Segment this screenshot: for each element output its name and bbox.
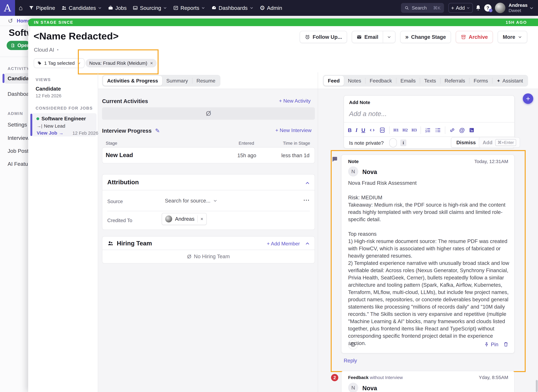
nav-admin[interactable]: ⚙ Admin — [260, 5, 282, 11]
collapse-chevron-icon[interactable] — [305, 180, 310, 186]
user-menu-chevron-icon[interactable] — [529, 6, 534, 10]
hiring-team-title: Hiring Team — [117, 240, 152, 247]
tab-notes[interactable]: Notes — [344, 76, 365, 86]
code-icon[interactable] — [369, 127, 375, 133]
add-button[interactable]: + Add — [448, 3, 473, 13]
avatar[interactable] — [495, 3, 506, 13]
tab-texts[interactable]: Texts — [420, 76, 440, 86]
info-badge[interactable]: i — [400, 140, 406, 146]
credited-avatar — [165, 215, 172, 222]
tab-resume[interactable]: Resume — [192, 76, 219, 86]
h3-button[interactable]: H3 — [412, 128, 417, 132]
source-select[interactable]: Search for source... — [165, 198, 218, 204]
link-icon[interactable] — [449, 127, 455, 133]
panel-divider — [318, 72, 318, 392]
job-title[interactable]: Software Engineer — [42, 116, 86, 121]
change-stage-button[interactable]: » Change Stage — [400, 31, 451, 43]
gear-icon: ⚙ — [260, 5, 265, 11]
more-button[interactable]: More — [498, 31, 527, 43]
tab-summary[interactable]: Summary — [162, 76, 192, 86]
mention-button[interactable]: @ — [459, 127, 465, 133]
help-button[interactable]: ? — [484, 4, 492, 12]
alarm-icon — [305, 34, 310, 40]
col-stage: Stage — [106, 141, 117, 146]
company-name[interactable]: Cloud AI — [34, 47, 54, 53]
source-more-button[interactable]: ··· — [303, 197, 310, 203]
app-logo[interactable]: A — [0, 0, 15, 16]
new-interview-button[interactable]: + New Interview — [275, 127, 311, 133]
view-job-link[interactable]: View Job → — [37, 130, 64, 136]
h1-button[interactable]: H1 — [393, 128, 399, 132]
new-activity-button[interactable]: + New Activity — [279, 98, 311, 104]
global-search[interactable]: Search ⌘K — [401, 3, 444, 13]
tab-feedback[interactable]: Feedback — [366, 76, 396, 86]
briefcase-icon — [108, 5, 113, 11]
sidebar-item-ai-features[interactable]: AI Featur — [8, 161, 30, 167]
nav-dashboards[interactable]: Dashboards — [211, 5, 254, 11]
archive-button[interactable]: Archive — [456, 31, 493, 43]
bold-button[interactable]: B — [348, 127, 352, 133]
nav-reports[interactable]: Reports — [173, 5, 205, 11]
job-stage: New Lead — [44, 123, 65, 129]
dismiss-button[interactable]: Dismiss — [451, 137, 481, 148]
tab-forms[interactable]: Forms — [469, 76, 492, 86]
sparkle-icon: ✦ — [496, 78, 501, 84]
add-member-button[interactable]: + Add Member — [267, 241, 300, 247]
open-job-button[interactable]: Open — [7, 41, 30, 50]
interview-progress-title: Interview Progress — [102, 128, 152, 134]
stage-entered: 15h ago — [237, 153, 256, 159]
feed-tabs: Feed Notes Feedback Emails Texts Referra… — [323, 75, 528, 87]
tab-assistant[interactable]: ✦ Assistant — [492, 76, 527, 86]
follow-up-button[interactable]: Follow Up... — [300, 31, 347, 43]
user-name[interactable]: Andreas Dweet — [509, 3, 528, 13]
add-note-submit-button[interactable]: Add ⌘+Enter — [479, 137, 520, 148]
email-dropdown-button[interactable] — [383, 31, 395, 43]
view-candidate[interactable]: Candidate — [36, 86, 61, 92]
current-activities-empty: Ø — [102, 107, 315, 120]
email-button[interactable]: Email — [352, 34, 383, 40]
door-icon — [10, 43, 15, 48]
notifications-button[interactable] — [475, 4, 482, 11]
remove-credited-icon[interactable]: × — [200, 216, 203, 222]
edit-pencil-icon[interactable]: ✎ — [155, 127, 160, 134]
collapse-chevron-icon[interactable] — [305, 241, 310, 246]
col-entered: Entered — [239, 141, 254, 146]
chevron-down-icon — [163, 6, 167, 10]
attribution-title: Attribution — [107, 179, 139, 186]
tab-feed[interactable]: Feed — [324, 76, 344, 86]
tab-activities-progress[interactable]: Activities & Progress — [103, 76, 162, 86]
attach-image-icon[interactable] — [468, 127, 475, 133]
h2-button[interactable]: H2 — [403, 128, 408, 132]
floating-add-button[interactable]: + — [523, 93, 533, 104]
toolbar-separator — [421, 126, 421, 134]
sidebar-item-settings[interactable]: Settings — [8, 121, 27, 128]
sidebar-item-dashboards[interactable]: Dashboar — [8, 91, 31, 97]
stage-banner: IN STAGE SINCE 15H AGO — [28, 19, 538, 26]
note-input[interactable]: Add a note... — [349, 110, 387, 118]
home-nav-button[interactable]: ⌂ — [19, 0, 23, 16]
nav-pipeline[interactable]: Pipeline — [29, 5, 55, 11]
scrollbar-thumb[interactable] — [536, 380, 538, 392]
center-tabs: Activities & Progress Summary Resume — [102, 75, 220, 87]
ordered-list-icon[interactable] — [425, 127, 431, 133]
action-buttons: Follow Up... Email » Change Stage Archiv… — [300, 31, 527, 43]
bell-icon — [475, 4, 482, 11]
nav-candidates[interactable]: Candidates — [61, 5, 102, 11]
history-icon[interactable]: ↺ — [8, 17, 13, 24]
nav-sourcing[interactable]: Sourcing — [133, 5, 167, 11]
private-toggle[interactable] — [389, 138, 397, 147]
underline-button[interactable]: U — [362, 127, 365, 133]
italic-button[interactable]: I — [356, 127, 358, 133]
tab-referrals[interactable]: Referrals — [441, 76, 469, 86]
toolbar-separator — [445, 126, 445, 134]
credited-chip[interactable]: Andreas × — [162, 213, 207, 225]
tab-emails[interactable]: Emails — [396, 76, 420, 86]
sidebar-divider — [98, 72, 98, 392]
tag-selector[interactable]: 1 Tag selected — [34, 58, 84, 68]
nav-jobs[interactable]: Jobs — [108, 5, 127, 11]
feedback-timestamp: Yday, 8:55AM — [470, 375, 508, 380]
code-block-icon[interactable] — [379, 127, 385, 133]
editor-toolbar: B I U H1 H2 H3 @ — [348, 124, 475, 136]
bullet-list-icon[interactable] — [435, 127, 441, 133]
sidebar-item-interviews[interactable]: Interview — [8, 135, 29, 141]
